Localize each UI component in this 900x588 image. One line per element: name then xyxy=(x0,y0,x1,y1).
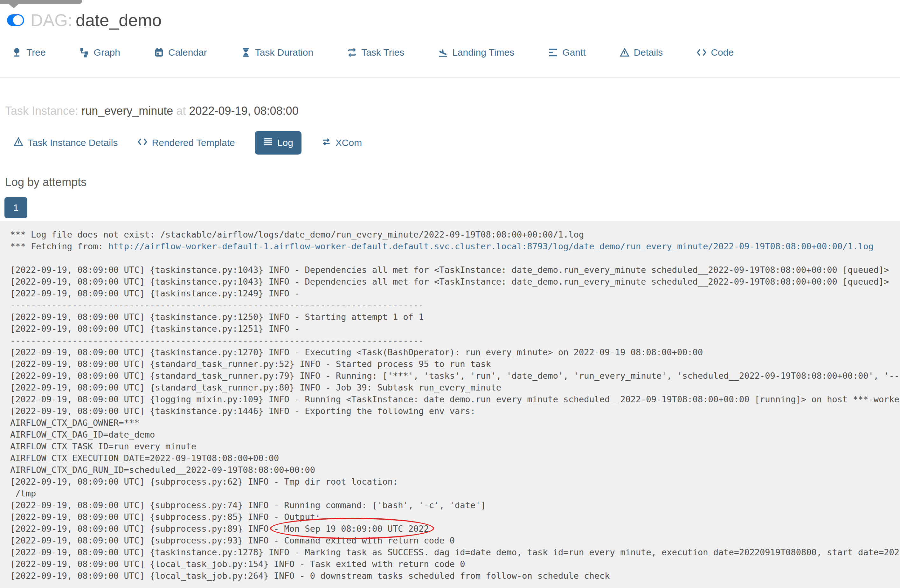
attempt-1-button[interactable]: 1 xyxy=(5,197,27,218)
dag-name: date_demo xyxy=(76,11,161,29)
tab-graph[interactable]: Graph xyxy=(79,47,120,58)
tab-label: Details xyxy=(634,47,663,58)
tab-label: Tree xyxy=(26,47,46,58)
log-line: ----------------------------------------… xyxy=(10,299,900,311)
warning-triangle-icon xyxy=(619,47,630,57)
log-line: *** Fetching from: http://airflow-worker… xyxy=(10,240,900,252)
align-bars-icon xyxy=(548,47,558,57)
graph-icon xyxy=(79,47,90,57)
dag-label: DAG: xyxy=(31,11,73,29)
task-instance-tabs: Task Instance Details Rendered Template … xyxy=(0,131,900,155)
log-line: [2022-09-19, 08:09:00 UTC] {taskinstance… xyxy=(10,287,900,299)
tab-details[interactable]: Details xyxy=(619,47,663,58)
log-line: ----------------------------------------… xyxy=(10,335,900,346)
log-line: [2022-09-19, 08:09:00 UTC] {taskinstance… xyxy=(10,546,900,558)
tree-icon xyxy=(12,47,22,57)
circled-date-output: - Mon Sep 19 08:09:00 UTC 2022 xyxy=(274,523,429,535)
log-line: AIRFLOW_CTX_DAG_ID=date_demo xyxy=(10,429,900,441)
log-line: [2022-09-19, 08:09:00 UTC] {standard_tas… xyxy=(10,370,900,382)
subtab-task-instance-details[interactable]: Task Instance Details xyxy=(13,137,118,149)
log-line: AIRFLOW_CTX_EXECUTION_DATE=2022-09-19T08… xyxy=(10,452,900,464)
plane-landing-icon xyxy=(438,47,448,57)
tooltip-arrow xyxy=(9,4,19,8)
task-instance-heading: Task Instance: run_every_minute at 2022-… xyxy=(0,104,900,118)
code-brackets-icon xyxy=(137,137,147,149)
tab-label: Graph xyxy=(94,47,120,58)
log-by-attempts-heading: Log by attempts xyxy=(0,175,900,189)
dag-view-tabs: Tree Graph Calendar Task Duration Task T… xyxy=(0,47,900,78)
log-line: /tmp xyxy=(10,487,900,499)
tab-label: Task Duration xyxy=(255,47,313,58)
tab-label: Landing Times xyxy=(452,47,514,58)
log-line: [2022-09-19, 08:09:00 UTC] {taskinstance… xyxy=(10,346,900,358)
tooltip-fragment xyxy=(0,0,82,4)
dag-pause-toggle[interactable] xyxy=(7,14,24,26)
log-line: [2022-09-19, 08:09:00 UTC] {standard_tas… xyxy=(10,358,900,370)
attempt-row: 1 xyxy=(0,197,900,218)
subtab-xcom[interactable]: XCom xyxy=(321,137,362,149)
subtab-rendered-template[interactable]: Rendered Template xyxy=(137,137,235,149)
log-line: *** Log file does not exist: /stackable/… xyxy=(10,229,900,240)
log-line: [2022-09-19, 08:09:00 UTC] {local_task_j… xyxy=(10,570,900,582)
tab-gantt[interactable]: Gantt xyxy=(548,47,585,58)
log-output-panel: *** Log file does not exist: /stackable/… xyxy=(0,221,900,588)
log-line: [2022-09-19, 08:09:00 UTC] {taskinstance… xyxy=(10,264,900,276)
log-line: [2022-09-19, 08:09:00 UTC] {taskinstance… xyxy=(10,311,900,323)
page-title: DAG:date_demo xyxy=(31,11,161,29)
log-line: [2022-09-19, 08:09:00 UTC] {subprocess.p… xyxy=(10,499,900,511)
log-text: [2022-09-19, 08:09:00 UTC] {subprocess.p… xyxy=(10,524,274,534)
task-instance-datetime: 2022-09-19, 08:08:00 xyxy=(189,104,298,117)
list-lines-icon xyxy=(263,137,273,149)
tab-landing-times[interactable]: Landing Times xyxy=(438,47,514,58)
log-line: [2022-09-19, 08:09:00 UTC] {taskinstance… xyxy=(10,323,900,335)
tab-tree[interactable]: Tree xyxy=(12,47,46,58)
dag-header: DAG:date_demo xyxy=(0,0,900,29)
subtab-log[interactable]: Log xyxy=(255,131,301,155)
tab-label: Gantt xyxy=(562,47,585,58)
subtab-label: Log xyxy=(277,137,293,148)
tab-label: Calendar xyxy=(168,47,207,58)
hourglass-icon xyxy=(241,47,251,57)
retry-arrows-icon xyxy=(347,47,357,57)
subtab-label: Task Instance Details xyxy=(28,137,118,148)
log-line: [2022-09-19, 08:09:00 UTC] {logging_mixi… xyxy=(10,393,900,405)
log-line: [2022-09-19, 08:09:00 UTC] {subprocess.p… xyxy=(10,476,900,487)
log-line: AIRFLOW_CTX_TASK_ID=run_every_minute xyxy=(10,441,900,452)
subtab-label: Rendered Template xyxy=(152,137,235,148)
tab-calendar[interactable]: Calendar xyxy=(154,47,207,58)
subtab-label: XCom xyxy=(335,137,362,148)
task-instance-at: at xyxy=(176,104,186,117)
tab-task-tries[interactable]: Task Tries xyxy=(347,47,404,58)
log-text: *** Fetching from: xyxy=(10,241,109,251)
log-line: [2022-09-19, 08:09:00 UTC] {standard_tas… xyxy=(10,382,900,393)
log-line: AIRFLOW_CTX_DAG_OWNER=*** xyxy=(10,417,900,429)
log-line: [2022-09-19, 08:09:00 UTC] {subprocess.p… xyxy=(10,511,900,523)
log-line: [2022-09-19, 08:09:00 UTC] {local_task_j… xyxy=(10,558,900,570)
log-line: AIRFLOW_CTX_DAG_RUN_ID=scheduled__2022-0… xyxy=(10,464,900,476)
code-brackets-icon xyxy=(697,47,707,57)
log-line xyxy=(10,252,900,264)
task-instance-label: Task Instance: xyxy=(5,104,78,117)
tab-label: Code xyxy=(711,47,734,58)
tab-task-duration[interactable]: Task Duration xyxy=(241,47,313,58)
swap-arrows-icon xyxy=(321,137,331,149)
log-fetch-url-link[interactable]: http://airflow-worker-default-1.airflow-… xyxy=(109,241,874,251)
log-line: [2022-09-19, 08:09:00 UTC] {subprocess.p… xyxy=(10,535,900,546)
tab-label: Task Tries xyxy=(361,47,404,58)
task-instance-name: run_every_minute xyxy=(81,104,173,117)
log-line: [2022-09-19, 08:09:00 UTC] {subprocess.p… xyxy=(10,523,900,535)
log-line: [2022-09-19, 08:09:00 UTC] {taskinstance… xyxy=(10,405,900,417)
tab-code[interactable]: Code xyxy=(697,47,734,58)
log-line: [2022-09-19, 08:09:00 UTC] {taskinstance… xyxy=(10,276,900,287)
log-lines: *** Log file does not exist: /stackable/… xyxy=(10,229,900,582)
toggle-knob xyxy=(13,15,23,25)
warning-triangle-icon xyxy=(13,137,23,149)
calendar-icon xyxy=(154,47,164,57)
